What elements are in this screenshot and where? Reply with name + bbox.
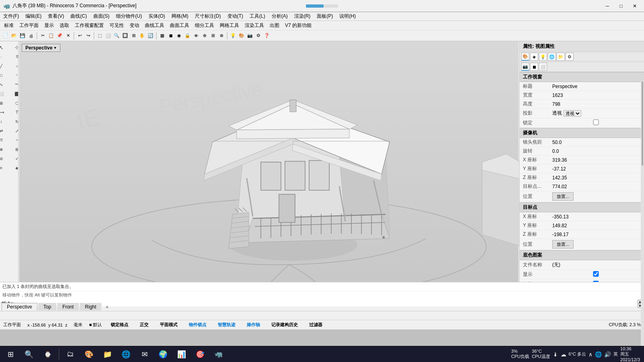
copy-btn[interactable]: 📋 [47,32,55,40]
zoom-win-btn[interactable]: 🔲 [121,32,129,40]
menubar-item-L[interactable]: 工具(L) [246,12,268,21]
scroll-thumb[interactable] [642,81,643,166]
viewport-label[interactable]: Perspective ▼ [22,44,60,52]
tab-color[interactable]: 🎨 [521,53,529,61]
toolbar-tab-[interactable]: 变动 [127,21,142,30]
history-btn[interactable]: ⊘ [0,154,9,163]
flow-btn[interactable]: ~ [9,136,19,144]
tray-icon2[interactable]: ☁ [561,351,566,358]
tab-light[interactable]: 💡 [539,53,547,61]
circle-btn[interactable]: ○ [9,62,19,70]
tab-texture[interactable]: 📁 [557,53,565,61]
dim-btn[interactable]: ⟷ [0,108,9,117]
toolbar-tab-[interactable]: 可见性 [107,21,126,30]
open-btn[interactable]: 📂 [10,32,18,40]
menubar-item-U[interactable]: 细分物件(U) [113,12,145,21]
toolbar-tab-[interactable]: 曲线工具 [142,21,167,30]
viewport[interactable]: Perspective ▼ tE [19,41,519,282]
menubar-item-D[interactable]: 尺寸标注(D) [192,12,224,21]
view-tab-top[interactable]: Top [38,303,56,311]
line-btn[interactable]: ╱ [0,62,9,70]
tab-shade[interactable]: ◼ [530,63,538,71]
explode-btn[interactable]: ⊕ [0,145,9,154]
arc-btn[interactable]: ◜ [9,71,19,80]
tray-icons[interactable]: ∧ [588,351,592,358]
ptcloud-btn[interactable]: ⠿ [9,52,19,61]
shade-btn[interactable]: ◼ [167,32,175,40]
add-viewport-button[interactable]: + [102,303,112,311]
filter-btn[interactable]: 过滤器 [307,321,325,328]
paste-btn[interactable]: 📌 [56,32,64,40]
check-btn[interactable]: ✓ [9,154,19,163]
network-icon[interactable]: 🌐 [595,351,602,358]
ortho-btn[interactable]: 正交 [137,321,151,328]
toolbar-tab-[interactable]: 标准 [2,21,16,30]
subdiv-btn[interactable]: ⬡ [9,99,19,107]
gray-checkbox[interactable] [552,281,640,282]
solid-btn[interactable]: ⬛ [9,89,19,98]
prop-proj-value[interactable]: 透视 透视平行 [551,109,641,117]
menubar-item-S[interactable]: 曲面(S) [90,12,113,21]
material-btn[interactable]: 🎨 [237,32,246,40]
snap-grid-btn[interactable]: 锁定格点 [108,321,131,328]
lock-checkbox[interactable] [552,119,640,125]
minimize-button[interactable]: ─ [601,2,613,10]
rotate-btn[interactable]: 🔄 [147,32,155,40]
redo-btn[interactable]: ↪ [84,32,92,40]
taskbar-browser[interactable]: 🌐 [117,347,135,362]
op-axis-btn[interactable]: 操作轴 [244,321,262,328]
menubar-item-M[interactable]: 网格(M) [168,12,192,21]
toolbar-tab-[interactable]: 工作平面 [17,21,41,30]
menubar-item-V[interactable]: 查看(V) [45,12,67,21]
camera-icon[interactable]: 📷 [246,32,254,40]
axis-btn[interactable]: ⊗ [217,32,225,40]
toolbar-tab-[interactable]: 出图 [267,21,282,30]
cut-btn[interactable]: ✂ [39,32,47,40]
taskbar-mail[interactable]: ✉ [136,347,153,362]
history-btn[interactable]: 记录建构历史 [269,321,300,328]
wire-btn[interactable]: ▦ [158,32,166,40]
help-btn[interactable]: ❓ [263,32,271,40]
start-button[interactable]: ⊞ [2,347,19,362]
menubar-item-P[interactable]: 面板(P) [314,12,336,21]
light-btn[interactable]: 💡 [229,32,237,40]
task-view-button[interactable]: ⌚ [39,347,56,362]
toolbar-tab-[interactable]: 选取 [57,21,72,30]
transform-btn[interactable]: ↕ [0,117,9,126]
settings-btn[interactable]: ⚙ [254,32,262,40]
smart-sel-btn[interactable]: ⊹ [9,43,19,52]
text-btn[interactable]: T [9,108,19,117]
close-button[interactable]: ✕ [629,2,641,10]
tab-env[interactable]: 🌐 [548,53,556,61]
taskbar-excel[interactable]: 📊 [173,347,190,362]
toolbar-tab-[interactable]: 显示 [42,21,56,30]
scale-btn[interactable]: ⤢ [9,126,19,135]
select-tool-btn[interactable]: ↖ [0,43,9,52]
undo-btn[interactable]: ↩ [76,32,84,40]
taskbar-ppt[interactable]: 🎯 [191,347,209,362]
tab-material[interactable]: ◈ [530,53,538,61]
proj-select[interactable]: 透视平行 [564,110,581,117]
menubar-item-C[interactable]: 曲线(C) [67,12,90,21]
view-tab-perspective[interactable]: Perspective [2,303,37,311]
view-tab-front[interactable]: Front [57,303,79,311]
print-btn[interactable]: 🖨 [27,32,35,40]
save-btn[interactable]: 💾 [19,32,27,40]
zoom-all-btn[interactable]: ⊞ [130,32,138,40]
grid-btn[interactable]: ⊞ [209,32,217,40]
rect-btn[interactable]: □ [0,71,9,80]
rotate3d-btn[interactable]: ↻ [9,117,19,126]
toolbar-tab-V7[interactable]: V7 的新功能 [283,21,314,30]
toolbar-tab-[interactable]: 曲面工具 [167,21,192,30]
menubar-item-A[interactable]: 分析(A) [268,12,291,21]
freeform-btn[interactable]: 〜 [9,80,19,89]
hide-btn[interactable]: 👁 [192,32,200,40]
zoom-ext-btn[interactable]: 🔍 [113,32,121,40]
smart-btn[interactable]: 智慧轨迹 [215,321,238,328]
maximize-button[interactable]: □ [615,2,627,10]
render2-btn[interactable]: ◈ [9,163,19,172]
toolbar-tab-[interactable]: 工作视窗配置 [72,21,106,30]
tray-icon1[interactable]: 🌡 [553,351,558,358]
cam-place-button[interactable]: 放置... [552,192,574,201]
analysis-btn[interactable]: ≡ [0,163,9,172]
